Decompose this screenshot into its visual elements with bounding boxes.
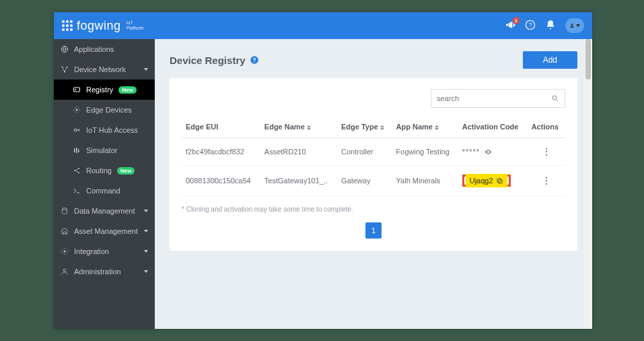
search-box[interactable] (431, 89, 565, 108)
cell-type: Controller (337, 138, 392, 166)
col-actions: Actions (528, 116, 565, 138)
announce-icon[interactable]: 1 (505, 20, 515, 32)
eye-icon[interactable] (485, 148, 492, 156)
row-actions-menu[interactable]: ⋮ (528, 166, 565, 196)
nav-routing-label: Routing (86, 166, 112, 175)
svg-point-2 (571, 24, 573, 26)
nav-edge-devices-label: Edge Devices (86, 106, 132, 114)
nav-command[interactable]: Command (54, 181, 155, 201)
nav-iot-hub-label: IoT Hub Access (86, 126, 138, 134)
registry-table: Edge EUI Edge Name Edge Type App Name Ac… (182, 116, 565, 196)
logo-icon (62, 20, 73, 31)
svg-point-16 (78, 172, 79, 173)
cell-code: Ujaqg2 (458, 166, 528, 196)
chevron-down-icon (144, 270, 148, 273)
svg-rect-23 (498, 179, 502, 183)
chevron-down-icon (144, 68, 148, 71)
page-title: Device Registry (170, 55, 246, 66)
pagination: 1 (182, 222, 565, 239)
col-app-name[interactable]: App Name (392, 116, 458, 138)
nav-asset-management[interactable]: Asset Management (54, 221, 155, 241)
svg-text:?: ? (528, 22, 532, 28)
help-icon[interactable]: ? (525, 20, 536, 32)
svg-point-15 (78, 168, 79, 169)
nav-routing[interactable]: Routing New (54, 160, 155, 181)
search-input[interactable] (437, 94, 551, 102)
registry-card: Edge EUI Edge Name Edge Type App Name Ac… (170, 78, 577, 251)
svg-rect-24 (497, 178, 501, 182)
topbar: fogwing IoT Platform 1 ? (54, 12, 592, 39)
brand-sub: IoT Platform (127, 20, 144, 31)
svg-point-17 (63, 208, 67, 210)
nav-administration[interactable]: Administration (54, 261, 155, 282)
chevron-down-icon (144, 250, 148, 253)
nav-data-mgmt-label: Data Management (74, 207, 135, 215)
table-row: 00881300c150ca54 TestGateway101_.. Gatew… (182, 166, 565, 196)
nav-simulator[interactable]: Simulator (54, 140, 155, 160)
nav-edge-devices[interactable]: Edge Devices (54, 100, 155, 120)
nav-integration-label: Integration (74, 247, 109, 255)
col-activation-code: Activation Code (458, 116, 528, 138)
nav-admin-label: Administration (74, 268, 121, 276)
nav-simulator-label: Simulator (86, 146, 117, 154)
help-circle-icon[interactable]: ? (250, 55, 259, 65)
cell-eui: 00881300c150ca54 (182, 166, 260, 196)
nav-integration[interactable]: Integration (54, 241, 155, 261)
nav-registry-label: Registry (86, 86, 113, 94)
copy-icon[interactable] (496, 177, 503, 185)
search-icon (551, 94, 559, 102)
row-actions-menu[interactable]: ⋮ (528, 138, 565, 166)
cell-app: Fogwing Testing (392, 138, 458, 166)
svg-rect-7 (74, 88, 80, 92)
svg-point-18 (64, 251, 66, 253)
nav-command-label: Command (86, 187, 120, 195)
add-button[interactable]: Add (523, 51, 577, 69)
svg-text:?: ? (252, 57, 256, 63)
svg-rect-11 (74, 148, 75, 152)
nav-applications-label: Applications (74, 45, 114, 53)
svg-rect-13 (78, 150, 79, 153)
scrollbar[interactable] (584, 39, 592, 329)
brand-name: fogwing (77, 19, 121, 33)
nav-device-network-label: Device Network (74, 65, 126, 73)
notification-badge: 1 (513, 17, 520, 24)
logo: fogwing IoT Platform (62, 19, 144, 33)
cell-name: AssetRD210 (260, 138, 337, 166)
svg-point-22 (552, 96, 557, 100)
nav-data-management[interactable]: Data Management (54, 201, 155, 221)
nav-registry[interactable]: Registry New (54, 80, 155, 100)
nav-device-network[interactable]: Device Network (54, 59, 155, 80)
page-1[interactable]: 1 (365, 222, 382, 239)
nav-applications[interactable]: Applications (54, 39, 155, 59)
new-badge: New (117, 167, 135, 175)
svg-point-9 (76, 109, 78, 111)
user-menu[interactable] (565, 18, 584, 33)
cell-type: Gateway (337, 166, 392, 196)
content-area: Device Registry ? Add Edge EUI Edge Name (155, 39, 592, 329)
nav-iot-hub-access[interactable]: IoT Hub Access (54, 120, 155, 140)
clone-note: * Cloning and activation may take some t… (182, 206, 565, 213)
svg-point-8 (75, 89, 76, 90)
svg-point-19 (63, 269, 66, 272)
svg-rect-12 (76, 148, 77, 153)
chevron-down-icon (144, 210, 148, 212)
activation-code-highlight: Ujaqg2 (462, 175, 511, 187)
svg-point-14 (74, 170, 75, 171)
table-row: f2bc49facdbcf832 AssetRD210 Controller F… (182, 138, 565, 166)
cell-code: ***** (458, 138, 528, 166)
cell-name: TestGateway101_.. (260, 166, 337, 196)
chevron-down-icon (576, 24, 580, 27)
new-badge: New (118, 86, 136, 94)
cell-app: Yalh Minerals (392, 166, 458, 196)
sidebar: Applications Device Network Registry New… (54, 39, 155, 329)
col-edge-eui: Edge EUI (182, 116, 260, 138)
col-edge-name[interactable]: Edge Name (260, 116, 337, 138)
bell-icon[interactable] (545, 20, 556, 32)
col-edge-type[interactable]: Edge Type (337, 116, 392, 138)
svg-point-10 (74, 129, 77, 131)
chevron-down-icon (144, 230, 148, 232)
nav-asset-mgmt-label: Asset Management (74, 227, 138, 235)
cell-eui: f2bc49facdbcf832 (182, 138, 260, 166)
